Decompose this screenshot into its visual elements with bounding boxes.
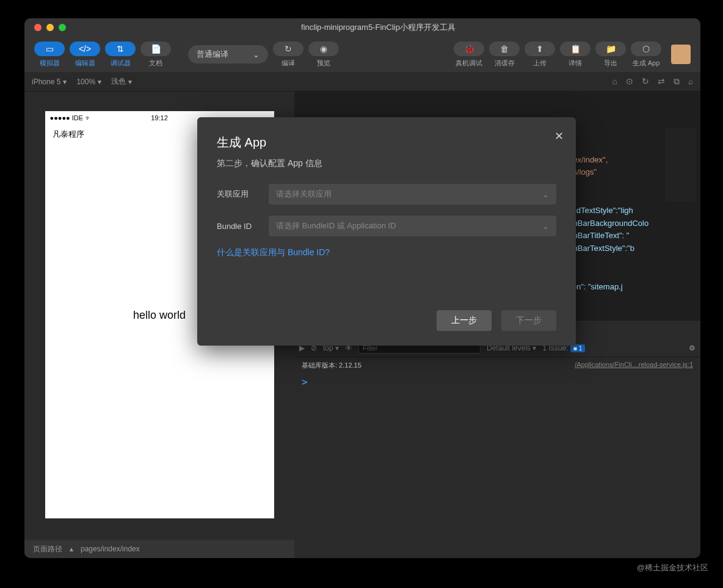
compile-button[interactable]: ↻编译 <box>273 42 303 68</box>
theme-select[interactable]: 浅色 ▾ <box>111 76 132 87</box>
devtools-panel: ⯐ 视图 日志 网络 存储 编译日志 Mock ▶ ⊘ top ▾ 👁 Defa… <box>294 320 700 558</box>
search-icon[interactable]: ⌕ <box>688 76 693 87</box>
bundle-id-select[interactable]: 请选择 BundleID 或 Application ID⌄ <box>269 216 556 236</box>
page-path-value: pages/index/index <box>81 545 140 553</box>
chevron-down-icon: ⌄ <box>542 190 549 199</box>
minimap[interactable] <box>665 128 696 201</box>
log-message: 基础库版本: 2.12.15 <box>302 361 362 370</box>
related-app-label: 关联应用 <box>217 189 269 200</box>
simulator-bottombar: 页面路径 ▴ pages/index/index <box>24 540 294 558</box>
main-toolbar: ▭模拟器 </>编辑器 ⇅调试器 📄文档 普通编译⌄ ↻编译 ◉预览 🐞真机调试… <box>24 37 700 72</box>
bundle-id-label: Bundle ID <box>217 222 269 231</box>
watermark: @稀土掘金技术社区 <box>637 562 708 573</box>
modal-close-icon[interactable]: ✕ <box>554 129 564 143</box>
log-source[interactable]: /Applications/FinCli…reload-service.js:1 <box>575 361 693 370</box>
export-button[interactable]: 📁导出 <box>595 42 626 68</box>
compile-mode-select[interactable]: 普通编译⌄ <box>188 45 268 64</box>
location-icon[interactable]: ⊙ <box>626 76 633 87</box>
home-icon[interactable]: ⌂ <box>612 76 617 87</box>
zoom-select[interactable]: 100% ▾ <box>76 78 101 86</box>
console-prompt[interactable]: > <box>294 374 700 390</box>
modal-subtitle: 第二步，确认配置 App 信息 <box>217 158 556 169</box>
gear-icon[interactable]: ⚙ <box>689 344 696 352</box>
close-window-icon[interactable] <box>34 24 42 31</box>
chevron-down-icon: ⌄ <box>253 50 260 59</box>
window-title: finclip-miniprogram5-FinClip小程序开发工具 <box>66 22 691 33</box>
titlebar: finclip-miniprogram5-FinClip小程序开发工具 <box>24 18 700 37</box>
clear-cache-button[interactable]: 🗑清缓存 <box>489 42 520 68</box>
page-path-label: 页面路径 <box>33 544 62 554</box>
copy-icon[interactable]: ⧉ <box>674 76 680 87</box>
preview-button[interactable]: ◉预览 <box>308 42 339 68</box>
swap-icon[interactable]: ⇄ <box>658 76 665 87</box>
next-button[interactable]: 下一步 <box>501 310 556 331</box>
chevron-up-icon[interactable]: ▴ <box>70 545 73 553</box>
status-time: 19:12 <box>151 114 168 122</box>
related-app-select[interactable]: 请选择关联应用⌄ <box>269 184 556 205</box>
minimize-window-icon[interactable] <box>46 24 54 31</box>
device-select[interactable]: iPhone 5 ▾ <box>32 78 67 86</box>
user-avatar[interactable] <box>671 45 691 64</box>
docs-button[interactable]: 📄文档 <box>140 42 171 68</box>
help-link[interactable]: 什么是关联应用与 Bundle ID? <box>217 247 556 258</box>
app-window: finclip-miniprogram5-FinClip小程序开发工具 ▭模拟器… <box>24 18 700 558</box>
modal-title: 生成 App <box>217 134 556 151</box>
gen-app-button[interactable]: ⬡生成 App <box>631 42 661 68</box>
gen-app-modal: 生成 App ✕ 第二步，确认配置 App 信息 关联应用 请选择关联应用⌄ B… <box>197 117 576 346</box>
editor-button[interactable]: </>编辑器 <box>70 42 100 68</box>
phone-content: hello world <box>133 308 186 321</box>
traffic-lights <box>34 24 66 31</box>
debugger-button[interactable]: ⇅调试器 <box>105 42 136 68</box>
console-log-row: 基础库版本: 2.12.15 /Applications/FinCli…relo… <box>294 357 700 374</box>
upload-button[interactable]: ⬆上传 <box>525 42 555 68</box>
remote-debug-button[interactable]: 🐞真机调试 <box>454 42 484 68</box>
details-button[interactable]: 📋详情 <box>560 42 590 68</box>
chevron-down-icon: ⌄ <box>542 222 549 231</box>
prev-button[interactable]: 上一步 <box>437 310 492 331</box>
maximize-window-icon[interactable] <box>59 24 66 31</box>
second-toolbar: iPhone 5 ▾ 100% ▾ 浅色 ▾ ⌂ ⊙ ↻ ⇄ ⧉ ⌕ <box>24 72 700 92</box>
simulator-button[interactable]: ▭模拟器 <box>34 42 65 68</box>
refresh-icon[interactable]: ↻ <box>642 76 649 87</box>
